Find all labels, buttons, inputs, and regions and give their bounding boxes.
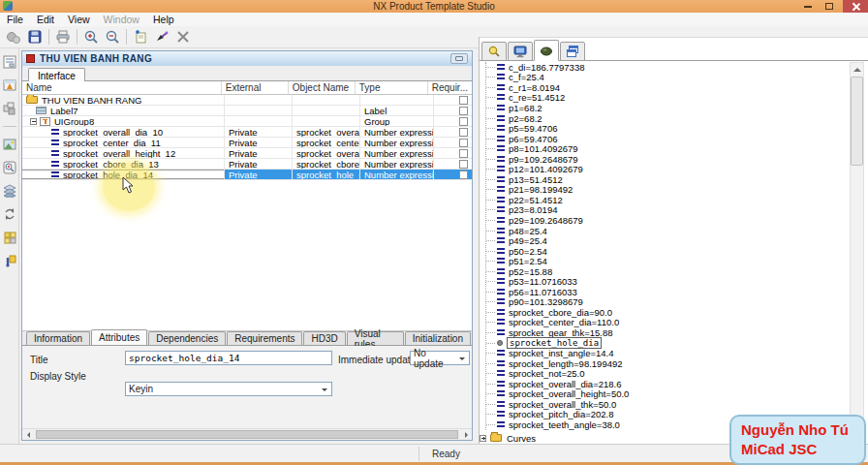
horizontal-scrollbar[interactable] <box>22 428 472 440</box>
expression-item[interactable]: p2=68.2 <box>486 113 844 124</box>
menu-help[interactable]: Help <box>146 14 181 25</box>
delete-icon[interactable] <box>172 27 194 46</box>
form-icon[interactable] <box>2 54 17 70</box>
refresh-icon[interactable] <box>2 206 17 222</box>
expression-item[interactable]: sprocket_center_dia=110.0 <box>486 318 844 328</box>
maximize-button[interactable] <box>820 0 839 13</box>
mouse-tab-icon[interactable] <box>534 40 559 61</box>
expression-item[interactable]: p23=8.0194 <box>486 205 844 216</box>
expression-item[interactable]: c_di=186.7797338 <box>486 62 844 73</box>
zoom-in-icon[interactable] <box>80 27 102 46</box>
expression-item[interactable]: sprocket_overall_height=50.0 <box>486 389 844 400</box>
expression-item[interactable]: p52=15.88 <box>486 266 844 277</box>
required-checkbox[interactable] <box>459 128 468 137</box>
minimize-button[interactable] <box>798 0 818 13</box>
tab-hd3d[interactable]: HD3D <box>303 331 345 345</box>
expression-item[interactable]: p50=2.54 <box>486 246 844 257</box>
zoom-out-icon[interactable] <box>102 27 123 46</box>
required-checkbox[interactable] <box>459 170 468 179</box>
scroll-right-icon[interactable] <box>460 430 472 440</box>
column-required[interactable]: Requir... <box>427 81 472 94</box>
tab-interface[interactable]: Interface <box>28 68 85 82</box>
column-object-name[interactable]: Object Name <box>288 81 355 94</box>
table-row[interactable]: sprocket_cbore_dia_13 Private sprocket_c… <box>22 159 472 170</box>
table-row[interactable]: THU VIEN BANH RANG <box>22 95 472 106</box>
table-row[interactable]: sprocket_center_dia_11 Private sprocket_… <box>22 138 472 148</box>
table-row-selected[interactable]: sprocket_hole_dia_14 Private sprocket_ho… <box>22 170 472 180</box>
expression-item[interactable]: p1=68.2 <box>486 103 844 113</box>
column-type[interactable]: Type <box>355 81 427 94</box>
tab-dependencies[interactable]: Dependencies <box>148 331 226 345</box>
column-name[interactable]: Name <box>22 81 221 94</box>
tab-initialization[interactable]: Initialization <box>405 331 471 345</box>
expression-item[interactable]: p49=25.4 <box>486 235 844 246</box>
dialog-icon[interactable] <box>2 78 17 93</box>
expression-item[interactable]: p53=11.0716033 <box>486 276 844 287</box>
expression-item[interactable]: p56=11.0716033 <box>486 287 844 297</box>
table-row[interactable]: sprocket_overall_height_12 Private sproc… <box>22 148 472 159</box>
expression-item[interactable]: p90=101.3298679 <box>486 297 844 308</box>
pin-icon[interactable] <box>2 253 17 268</box>
vertical-scrollbar[interactable] <box>850 62 864 442</box>
table-row[interactable]: UIGroup8 Group <box>22 116 472 127</box>
table-row[interactable]: sprocket_overall_dia_10 Private sprocket… <box>22 127 472 138</box>
zoom-box-icon[interactable] <box>2 160 17 175</box>
expression-item[interactable]: sprocket_length=98.199492 <box>486 358 844 369</box>
tab-information[interactable]: Information <box>26 331 90 345</box>
curves-node[interactable]: Curves <box>480 432 536 444</box>
print-icon[interactable] <box>52 27 74 46</box>
monitor-tab-icon[interactable] <box>508 42 533 61</box>
gears-icon[interactable] <box>3 27 24 46</box>
expression-item[interactable]: c_re=51.4512 <box>486 93 844 104</box>
tab-attributes[interactable]: Attributes <box>91 329 147 345</box>
expression-item[interactable]: sprocket_cbore_dia=90.0 <box>486 307 844 318</box>
required-checkbox[interactable] <box>459 149 468 158</box>
expression-item[interactable]: p51=2.54 <box>486 256 844 266</box>
template-window-titlebar[interactable]: THU VIEN BANH RANG <box>22 51 472 66</box>
expression-item[interactable]: sprocket_inst_angle=14.4 <box>486 348 844 358</box>
expression-item[interactable]: p29=109.2648679 <box>486 215 844 226</box>
required-checkbox[interactable] <box>459 139 468 147</box>
table-row[interactable]: Label7 Label <box>22 106 472 116</box>
search-tab-icon[interactable] <box>481 42 507 61</box>
grid-blocks-icon[interactable] <box>2 230 17 245</box>
display-style-dropdown[interactable]: Keyin <box>125 382 332 396</box>
scroll-up-icon[interactable] <box>851 63 863 76</box>
expression-item[interactable]: p9=109.2648679 <box>486 154 844 165</box>
required-checkbox[interactable] <box>459 160 468 169</box>
expression-item[interactable]: p5=59.4706 <box>486 123 844 134</box>
new-item-icon[interactable] <box>130 27 151 46</box>
expression-item[interactable]: p8=101.4092679 <box>486 143 844 154</box>
menu-edit[interactable]: Edit <box>30 14 61 25</box>
expand-icon[interactable] <box>480 435 486 442</box>
image-icon[interactable] <box>2 137 17 152</box>
expression-item[interactable]: p12=101.4092679 <box>486 164 844 174</box>
close-button[interactable] <box>843 0 868 13</box>
expression-item[interactable]: p21=98.199492 <box>486 185 844 196</box>
expression-item[interactable]: c_r1=8.0194 <box>486 82 844 93</box>
collapse-icon[interactable] <box>30 118 37 125</box>
expression-item[interactable]: sprocket_overall_thk=50.0 <box>486 399 844 410</box>
column-external[interactable]: External <box>221 81 288 94</box>
tab-visual-rules[interactable]: Visual rules <box>347 331 404 345</box>
expression-item[interactable]: c_f=25.4 <box>486 73 844 83</box>
required-checkbox[interactable] <box>459 96 468 105</box>
expression-item[interactable]: p13=51.4512 <box>486 174 844 185</box>
tab-requirements[interactable]: Requirements <box>227 331 302 345</box>
wand-icon[interactable] <box>151 27 172 46</box>
immediate-update-dropdown[interactable]: No update <box>410 351 470 365</box>
expression-item[interactable]: p6=59.4706 <box>486 134 844 144</box>
title-input[interactable] <box>125 351 332 365</box>
windows-tab-icon[interactable] <box>560 42 585 61</box>
required-checkbox[interactable] <box>459 117 468 126</box>
expression-item[interactable]: p22=51.4512 <box>486 195 844 205</box>
restore-window-button[interactable] <box>450 53 468 64</box>
expression-item[interactable]: sprocket_overall_dia=218.6 <box>486 379 844 389</box>
scrollbar-thumb[interactable] <box>851 77 863 166</box>
scrollbar-thumb[interactable] <box>36 430 458 439</box>
scroll-left-icon[interactable] <box>22 430 34 440</box>
expression-item[interactable]: sprocket_hole_dia <box>486 338 844 349</box>
menu-file[interactable]: File <box>0 14 30 25</box>
expression-item[interactable]: p48=25.4 <box>486 226 844 236</box>
menu-view[interactable]: View <box>61 14 97 25</box>
